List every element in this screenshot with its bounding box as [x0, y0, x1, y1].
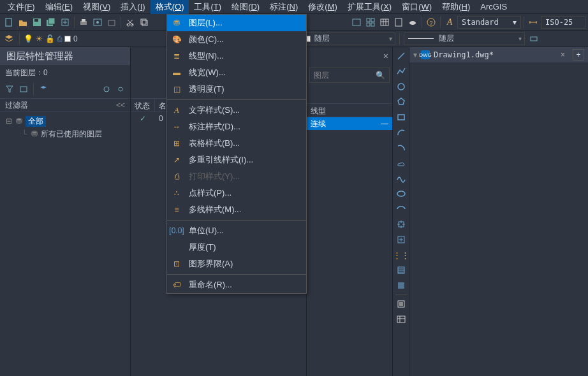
tab-close-icon[interactable]: ×	[561, 50, 565, 59]
line-icon[interactable]	[395, 50, 408, 62]
text-icon: A	[171, 105, 182, 116]
menu-mleaderstyle[interactable]: ↗ 多重引线样式(I)...	[167, 152, 306, 168]
arc-icon[interactable]	[395, 126, 408, 139]
collapse-button[interactable]: <<	[116, 101, 125, 110]
polygon-icon[interactable]	[395, 96, 408, 108]
linetype-extra-icon[interactable]	[527, 33, 540, 45]
menu-units[interactable]: [0.0] 单位(U)...	[167, 222, 306, 239]
ellipse-icon[interactable]	[395, 187, 408, 200]
open-icon[interactable]	[17, 16, 29, 29]
save-icon[interactable]	[31, 16, 43, 29]
menu-view[interactable]: 视图(V)	[78, 0, 115, 14]
copy-icon[interactable]	[138, 16, 151, 29]
menu-format[interactable]: 格式(O)	[151, 0, 189, 14]
svg-point-22	[409, 21, 416, 25]
polyline-icon[interactable]	[395, 65, 408, 78]
filter-header: 过滤器 <<	[0, 98, 130, 112]
gradient-icon[interactable]	[395, 279, 408, 292]
block-icon[interactable]	[395, 218, 408, 231]
arc2-icon[interactable]	[395, 141, 408, 154]
svg-rect-2	[34, 19, 38, 22]
menu-thickness[interactable]: 厚度(T)	[167, 239, 306, 256]
col-status[interactable]: 状态	[131, 99, 155, 112]
textstyle-icon[interactable]: A	[443, 16, 456, 29]
window-icon[interactable]	[350, 16, 363, 29]
revcloud-icon[interactable]	[395, 157, 408, 170]
status-check-icon: ✓	[131, 114, 155, 123]
thickness-icon	[171, 242, 182, 253]
spline-icon[interactable]	[395, 172, 408, 185]
drawing-canvas[interactable]	[409, 62, 588, 376]
tablestyle-icon: ⊞	[171, 138, 182, 149]
layerstate-icon[interactable]	[38, 83, 49, 95]
help-icon[interactable]: ?	[425, 16, 437, 29]
menu-tablestyle[interactable]: ⊞ 表格样式(B)...	[167, 135, 306, 152]
svg-rect-13	[141, 19, 146, 24]
cut-icon[interactable]	[124, 16, 136, 29]
settings-icon[interactable]	[115, 83, 126, 95]
menu-mlinestyle[interactable]: ≡ 多线样式(M)...	[167, 201, 306, 218]
tree-root[interactable]: ⊟ ⛃ 全部	[5, 115, 125, 127]
menu-limits[interactable]: ⊡ 图形界限(A)	[167, 256, 306, 272]
tree-child[interactable]: └ ⛃ 所有已使用的图层	[5, 127, 125, 140]
linetype-icon: ≣	[171, 50, 182, 62]
insert-icon[interactable]	[395, 233, 408, 246]
menu-help[interactable]: 帮助(H)	[437, 0, 475, 14]
dimstyle-combo[interactable]: ISO-25	[541, 16, 585, 29]
table2-icon[interactable]	[395, 313, 408, 326]
textstyle-combo[interactable]: Standard▾	[457, 16, 521, 29]
layerprops-icon[interactable]	[3, 33, 15, 45]
ltype-row[interactable]: 连续 —	[307, 117, 392, 130]
menu-textstyle[interactable]: A 文字样式(S)...	[167, 102, 306, 119]
expand-icon[interactable]: ▾	[413, 50, 417, 59]
menu-arcgis[interactable]: ArcGIS	[475, 1, 512, 13]
linetype-combo[interactable]: 随层	[404, 33, 525, 45]
dimstyle-icon[interactable]	[527, 16, 540, 29]
menu-insert[interactable]: 插入(I)	[115, 0, 150, 14]
new-tab-icon[interactable]: +	[573, 49, 584, 61]
layer-status-icons: 💡 ☀ 🔓 ⎙ 0	[24, 34, 78, 43]
menu-dimension[interactable]: 标注(N)	[265, 0, 303, 14]
menu-tools[interactable]: 工具(T)	[189, 0, 226, 14]
saveall-icon[interactable]	[45, 16, 57, 29]
close-icon[interactable]: ×	[383, 51, 388, 61]
publish-icon[interactable]	[105, 16, 118, 29]
ellipsearc-icon[interactable]	[395, 203, 408, 215]
color-combo[interactable]: 随层	[300, 33, 395, 45]
new-icon[interactable]	[3, 16, 15, 29]
draw-toolbar: ⋮⋮	[392, 47, 409, 376]
refresh-icon[interactable]	[101, 83, 112, 95]
menu-dimstyle[interactable]: ↔ 标注样式(D)...	[167, 119, 306, 135]
print-icon[interactable]	[77, 16, 90, 29]
svg-rect-21	[395, 18, 402, 26]
menu-rename[interactable]: 🏷 重命名(R)...	[167, 277, 306, 293]
col-linetype[interactable]: 线型	[307, 104, 330, 117]
grid-icon[interactable]	[364, 16, 377, 29]
menu-draw[interactable]: 绘图(D)	[226, 0, 265, 14]
hatch-icon[interactable]	[395, 264, 408, 277]
preview-icon[interactable]	[91, 16, 104, 29]
layer-search-input[interactable]: 图层 🔍	[309, 68, 390, 83]
menu-edit[interactable]: 编辑(E)	[40, 0, 78, 14]
menu-color[interactable]: 🎨 颜色(C)...	[167, 31, 306, 48]
menu-ext[interactable]: 扩展工具(X)	[342, 0, 397, 14]
menu-pointstyle[interactable]: ∴ 点样式(P)...	[167, 185, 306, 201]
menu-layer[interactable]: ⛃ 图层(L)...	[167, 15, 306, 31]
circle-icon[interactable]	[395, 80, 408, 93]
table-icon[interactable]	[378, 16, 391, 29]
point-icon[interactable]: ⋮⋮	[395, 249, 408, 261]
region-icon[interactable]	[395, 298, 408, 310]
menu-transparency[interactable]: ◫ 透明度(T)	[167, 81, 306, 98]
menu-lineweight[interactable]: ▬ 线宽(W)...	[167, 64, 306, 81]
menu-modify[interactable]: 修改(M)	[303, 0, 342, 14]
new-filter-icon[interactable]	[4, 83, 15, 95]
menu-linetype[interactable]: ≣ 线型(N)...	[167, 48, 306, 64]
export-icon[interactable]	[59, 16, 71, 29]
document-tab[interactable]: ▾ DWG Drawing1.dwg* × +	[409, 47, 588, 62]
menu-window[interactable]: 窗口(W)	[397, 0, 437, 14]
menu-file[interactable]: 文件(F)	[3, 0, 40, 14]
cloud-icon[interactable]	[406, 16, 419, 29]
props-icon[interactable]	[392, 16, 405, 29]
new-group-icon[interactable]	[18, 83, 29, 95]
rectangle-icon[interactable]	[395, 111, 408, 124]
